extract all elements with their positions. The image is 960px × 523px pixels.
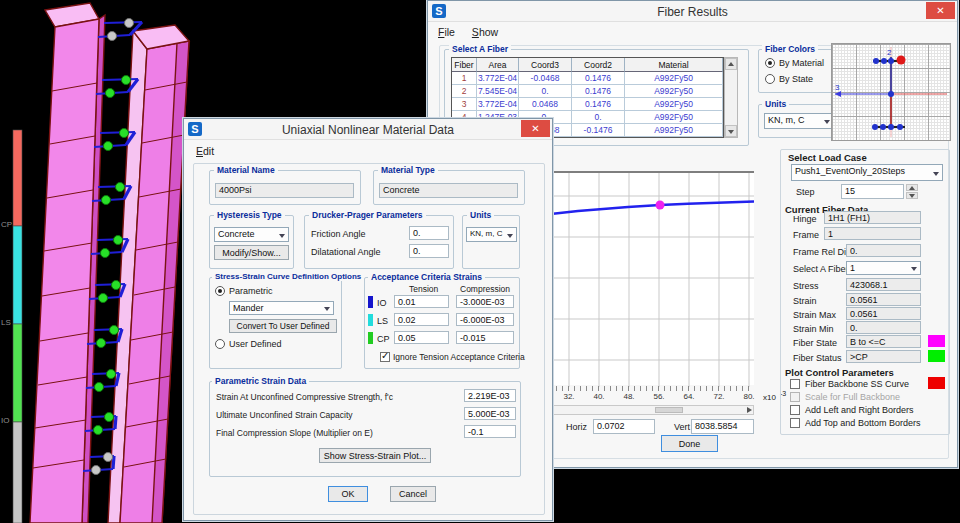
ls-tension-field[interactable]: 0.02 xyxy=(394,313,449,326)
material-dialog-titlebar[interactable]: S Uniaxial Nonlinear Material Data ✕ xyxy=(184,119,552,140)
x-tick: 40. xyxy=(588,392,610,401)
table-row[interactable]: 27.545E-040.0.1476A992Fy50 xyxy=(452,85,723,98)
scroll-right-icon[interactable] xyxy=(747,407,752,413)
fiber-results-titlebar[interactable]: S Fiber Results ✕ xyxy=(428,1,957,22)
stress-label: Stress xyxy=(793,281,819,291)
strain-label: Strain xyxy=(793,296,817,306)
menu-file[interactable]: File xyxy=(438,26,455,38)
close-icon[interactable]: ✕ xyxy=(926,2,955,19)
cp-key: CP xyxy=(377,334,390,344)
step-spinner[interactable] xyxy=(906,184,920,199)
ultimate-strain-field[interactable]: 5.000E-03 xyxy=(464,407,516,420)
cancel-button[interactable]: Cancel xyxy=(390,486,436,502)
ls-compression-field[interactable]: -6.000E-03 xyxy=(456,313,514,326)
fiber-state-color xyxy=(928,335,945,347)
close-icon[interactable]: ✕ xyxy=(521,120,550,137)
io-tension-field[interactable]: 0.01 xyxy=(394,295,449,308)
strain-max-field: 0.0561 xyxy=(846,307,921,320)
cp-compression-field[interactable]: -0.015 xyxy=(456,331,514,344)
fiber-status-field: >CP xyxy=(846,350,921,363)
select-load-case-label: Select Load Case xyxy=(788,152,867,163)
material-name-field: 4000Psi xyxy=(215,183,354,198)
hysteresis-group xyxy=(209,215,294,269)
cp-tension-field[interactable]: 0.05 xyxy=(394,331,449,344)
load-case-dropdown[interactable]: Push1_EventOnly_20Steps xyxy=(791,164,943,181)
fiber-results-title: Fiber Results xyxy=(428,5,957,19)
units-dropdown[interactable]: KN, m, C xyxy=(466,227,517,242)
stress-field: 423068.1 xyxy=(846,278,921,291)
x-tick: 72. xyxy=(708,392,730,401)
fiber-state-label: Fiber State xyxy=(793,338,837,348)
done-button[interactable]: Done xyxy=(661,435,718,452)
x-tick: 64. xyxy=(678,392,700,401)
table-scrollbar[interactable] xyxy=(724,57,738,138)
modify-show-button[interactable]: Modify/Show... xyxy=(214,245,289,260)
vert-label: Vert xyxy=(674,422,690,432)
units-group xyxy=(462,215,520,269)
plot-control-label: Plot Control Parameters xyxy=(785,367,894,378)
scroll-down-icon[interactable] xyxy=(725,125,737,137)
tb-borders-checkbox[interactable] xyxy=(790,418,800,428)
select-fiber-label: Select A Fiber xyxy=(793,264,849,274)
friction-angle-field[interactable]: 0. xyxy=(409,226,449,240)
spinner-down-icon[interactable] xyxy=(906,192,918,199)
by-material-radio[interactable] xyxy=(765,58,775,68)
parametric-dropdown[interactable]: Mander xyxy=(229,301,334,315)
material-type-label: Material Type xyxy=(378,165,438,175)
units-dropdown[interactable]: KN, m, C xyxy=(764,113,834,129)
dilatational-angle-field[interactable]: 0. xyxy=(409,244,449,258)
material-type-field: Concrete xyxy=(379,183,518,198)
ignore-tension-checkbox[interactable] xyxy=(380,352,390,362)
backbone-checkbox[interactable] xyxy=(790,379,800,389)
scrollbar-thumb[interactable] xyxy=(655,407,683,413)
ultimate-strain-label: Ultimate Unconfined Strain Capacity xyxy=(216,410,353,420)
menu-edit[interactable]: Edit xyxy=(196,145,214,157)
chevron-down-icon xyxy=(279,234,285,238)
axis-2-label: 2 xyxy=(887,48,892,57)
section-sketch: 2 3 xyxy=(831,43,951,141)
horiz-value-field[interactable]: 0.0702 xyxy=(593,419,655,434)
cp-color xyxy=(368,332,373,344)
final-slope-label: Final Compression Slope (Multiplier on E… xyxy=(216,428,373,438)
convert-button[interactable]: Convert To User Defined xyxy=(229,319,337,333)
left-column xyxy=(30,3,105,523)
frame-rel-dist-label: Frame Rel Dist xyxy=(793,247,853,257)
io-key: IO xyxy=(377,298,387,308)
scroll-up-icon[interactable] xyxy=(725,58,737,70)
step-field[interactable]: 15 xyxy=(841,184,904,199)
select-fiber-dropdown[interactable]: 1 xyxy=(846,261,921,275)
hinge-field: 1H1 (FH1) xyxy=(824,211,921,224)
fiber-state-field: B to <=C xyxy=(846,335,921,348)
strain-fc-label: Strain At Unconfined Compressive Strengt… xyxy=(216,392,393,402)
friction-angle-label: Friction Angle xyxy=(311,229,366,239)
chevron-down-icon xyxy=(824,120,830,124)
hysteresis-label: Hysteresis Type xyxy=(214,210,285,220)
sap2000-screen: { "window": { "close_glyph": "\u2715", "… xyxy=(0,0,960,523)
final-slope-field[interactable]: -0.1 xyxy=(464,425,516,438)
horiz-label: Horiz xyxy=(566,422,587,432)
table-row[interactable]: 33.772E-040.04680.1476A992Fy50 xyxy=(452,98,723,111)
ok-button[interactable]: OK xyxy=(328,486,368,502)
strain-max-label: Strain Max xyxy=(793,310,836,320)
by-state-radio[interactable] xyxy=(765,74,775,84)
lr-borders-label: Add Left and Right Borders xyxy=(805,405,914,415)
material-name-label: Material Name xyxy=(214,165,278,175)
acceptance-label: Acceptance Criteria Strains xyxy=(368,272,485,282)
current-step-point xyxy=(656,201,665,210)
user-defined-radio[interactable] xyxy=(215,339,225,349)
compression-header: Compression xyxy=(460,284,510,294)
parametric-radio[interactable] xyxy=(215,286,225,296)
hysteresis-dropdown[interactable]: Concrete xyxy=(214,227,289,242)
strain-fc-field[interactable]: 2.219E-03 xyxy=(464,389,516,402)
frame-label: Frame xyxy=(793,230,819,240)
io-compression-field[interactable]: -3.000E-03 xyxy=(456,295,514,308)
table-row[interactable]: 13.772E-04-0.04680.1476A992Fy50 xyxy=(452,72,723,85)
show-plot-button[interactable]: Show Stress-Strain Plot... xyxy=(319,448,431,463)
spinner-up-icon[interactable] xyxy=(906,184,918,191)
vert-value-field[interactable]: 8038.5854 xyxy=(691,419,754,434)
lr-borders-checkbox[interactable] xyxy=(790,405,800,415)
chevron-down-icon xyxy=(933,172,939,176)
dilatational-angle-label: Dilatational Angle xyxy=(311,247,381,257)
ls-color xyxy=(368,314,373,326)
menu-show[interactable]: Show xyxy=(472,26,498,38)
